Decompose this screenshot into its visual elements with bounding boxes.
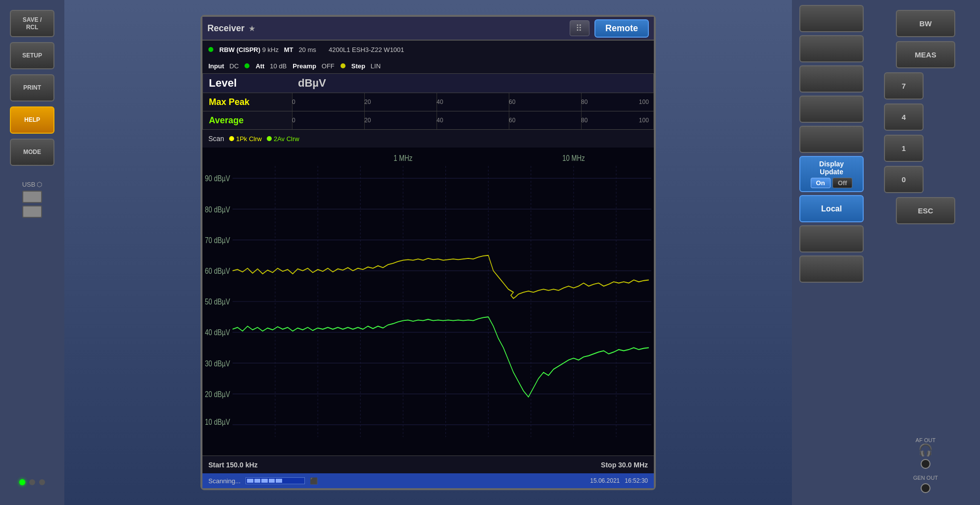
- gen-out-label: GEN OUT: [913, 475, 938, 481]
- trace-1-label: 1Pk Clrw: [236, 135, 262, 143]
- meas-button[interactable]: MEAS: [896, 41, 955, 68]
- star-icon: ★: [248, 24, 255, 33]
- help-button[interactable]: HELP: [10, 106, 54, 134]
- off-button[interactable]: Off: [833, 178, 853, 188]
- on-off-row: On Off: [811, 178, 853, 188]
- usb-section: USB ⬡: [22, 181, 43, 218]
- right-panel: Display Update On Off Local: [792, 0, 871, 505]
- prog-8: [297, 479, 304, 483]
- prog-2: [254, 479, 261, 483]
- display-update-button[interactable]: Display Update On Off: [799, 156, 864, 192]
- softkey-5[interactable]: [799, 126, 864, 153]
- setup-button[interactable]: SETUP: [10, 42, 54, 69]
- trace-2-label: 2Av Clrw: [274, 135, 299, 143]
- svg-text:50 dBµV: 50 dBµV: [205, 298, 230, 306]
- chart-area: 90 dBµV 80 dBµV 70 dBµV 60 dBµV 50 dBµV …: [202, 148, 654, 455]
- softkey-6[interactable]: [799, 225, 864, 252]
- screen-bottom-status: Scanning... ⬛ 15.06.2021 16:52:30: [202, 473, 654, 488]
- svg-text:60 dBµV: 60 dBµV: [205, 267, 230, 276]
- key-7[interactable]: 7: [884, 72, 924, 100]
- af-jack[interactable]: [921, 459, 931, 469]
- gen-jack[interactable]: [921, 483, 931, 493]
- led-off-2: [39, 479, 45, 485]
- menu-icon-button[interactable]: ⠿: [570, 20, 589, 36]
- rbw-status-dot: [208, 47, 213, 52]
- lxi-icon: ⬛: [310, 477, 318, 485]
- mode-button[interactable]: MODE: [10, 139, 54, 166]
- svg-text:80 dBµV: 80 dBµV: [205, 205, 230, 214]
- screen-container: Receiver ★ ⠿ Remote RBW (CISPR) 9 kHz MT…: [200, 15, 656, 490]
- max-peak-row: Max Peak 0 20 40 60 80 100: [202, 93, 654, 111]
- prog-7: [290, 479, 296, 483]
- usb-port-2[interactable]: [22, 205, 42, 218]
- svg-text:90 dBµV: 90 dBµV: [205, 174, 230, 183]
- spectrum-chart: 90 dBµV 80 dBµV 70 dBµV 60 dBµV 50 dBµV …: [202, 148, 654, 455]
- svg-text:10 MHz: 10 MHz: [562, 154, 585, 163]
- step-label: Step LIN: [351, 62, 381, 70]
- prog-5: [276, 479, 282, 483]
- save-rcl-button[interactable]: SAVE /RCL: [10, 10, 54, 37]
- trace-2-dot: [267, 136, 272, 141]
- local-button[interactable]: Local: [799, 195, 864, 222]
- key-4[interactable]: 4: [884, 103, 924, 131]
- bw-button[interactable]: BW: [896, 10, 955, 37]
- prog-1: [247, 479, 253, 483]
- trace-2: 2Av Clrw: [267, 135, 299, 143]
- headphone-icon: 🎧: [916, 443, 935, 457]
- level-title: Level: [209, 77, 298, 90]
- softkey-1[interactable]: [799, 5, 864, 32]
- level-unit: dBµV: [298, 77, 326, 90]
- trace-1-dot: [229, 136, 234, 141]
- preamp-status-dot: [341, 63, 345, 68]
- svg-text:20 dBµV: 20 dBµV: [205, 390, 230, 399]
- average-row: Average 0 20 40 60 80 100: [202, 111, 654, 130]
- softkey-3[interactable]: [799, 65, 864, 93]
- instrument-body: SAVE /RCL SETUP PRINT HELP MODE USB ⬡ Re…: [0, 0, 980, 505]
- level-header: Level dBµV: [202, 73, 654, 93]
- prog-6: [283, 479, 290, 483]
- att-label: Att 10 dB: [255, 62, 287, 70]
- svg-text:70 dBµV: 70 dBµV: [205, 236, 230, 245]
- softkey-4[interactable]: [799, 96, 864, 123]
- start-freq: Start 150.0 kHz: [208, 461, 258, 469]
- af-out-label: AF OUT: [916, 437, 935, 443]
- max-peak-scale: 0 20 40 60 80 100: [292, 93, 653, 111]
- menu-dots-icon: ⠿: [576, 23, 583, 34]
- status-bar-2: Input DC Att 10 dB Preamp OFF St: [202, 58, 654, 73]
- average-label: Average: [203, 112, 292, 129]
- esc-button[interactable]: ESC: [896, 197, 955, 224]
- prog-4: [269, 479, 275, 483]
- prog-3: [261, 479, 268, 483]
- svg-text:40 dBµV: 40 dBµV: [205, 328, 230, 337]
- level-section: Level dBµV Max Peak 0 20 40: [202, 73, 654, 130]
- key-0[interactable]: 0: [884, 166, 924, 193]
- scan-label: Scan: [208, 135, 224, 143]
- preamp-label: Preamp OFF: [293, 62, 335, 70]
- softkey-2[interactable]: [799, 35, 864, 62]
- svg-text:30 dBµV: 30 dBµV: [205, 359, 230, 368]
- bottom-bar: Start 150.0 kHz Stop 30.0 MHz: [202, 455, 654, 473]
- title-bar: Receiver ★ ⠿ Remote: [202, 17, 654, 41]
- usb-label: USB ⬡: [22, 181, 43, 188]
- softkey-7[interactable]: [799, 255, 864, 283]
- rbw-label: RBW (CISPR) 9 kHz MT 20 ms 4200L1 ESH3-Z…: [219, 46, 404, 53]
- remote-button[interactable]: Remote: [594, 19, 649, 38]
- display-update-label-2: Update: [820, 168, 843, 176]
- scan-header: Scan 1Pk Clrw 2Av Clrw: [202, 130, 654, 148]
- average-scale: 0 20 40 60 80 100: [292, 111, 653, 129]
- led-row: [19, 479, 45, 495]
- keypad-grid: 7 4 1 0: [884, 72, 967, 193]
- print-button[interactable]: PRINT: [10, 74, 54, 101]
- max-peak-label: Max Peak: [203, 94, 292, 110]
- svg-text:1 MHz: 1 MHz: [393, 154, 412, 163]
- display-update-label: Display: [819, 160, 844, 168]
- svg-text:10 dBµV: 10 dBµV: [205, 418, 230, 427]
- input-status-dot: [245, 63, 249, 68]
- usb-port-1[interactable]: [22, 191, 42, 203]
- scanning-label: Scanning...: [208, 477, 241, 485]
- on-button[interactable]: On: [811, 178, 831, 188]
- progress-bar: [245, 477, 305, 484]
- status-bar: RBW (CISPR) 9 kHz MT 20 ms 4200L1 ESH3-Z…: [202, 41, 654, 58]
- key-1[interactable]: 1: [884, 135, 924, 162]
- window-title: Receiver: [207, 23, 245, 34]
